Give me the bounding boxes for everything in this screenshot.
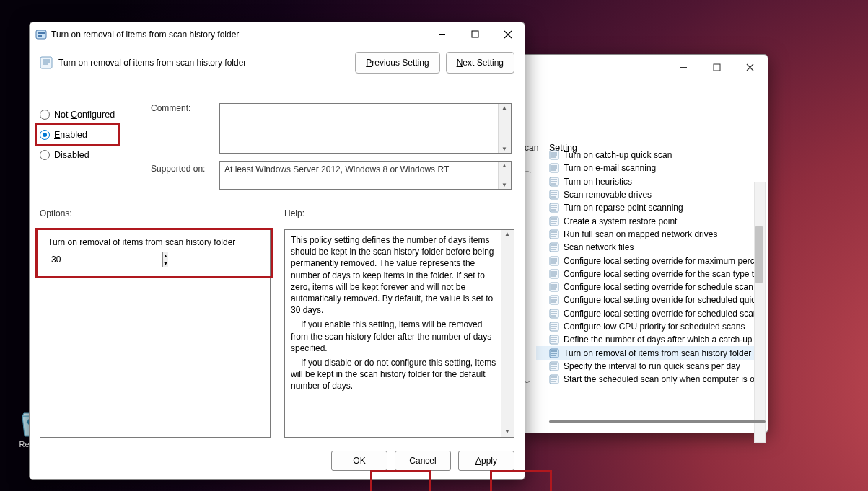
close-button[interactable]	[491, 24, 525, 45]
gp-setting-label: Configure local setting override for sch…	[564, 295, 760, 305]
scroll-up-icon: ▲	[504, 231, 510, 239]
radio-enabled[interactable]: Enabled	[40, 125, 133, 145]
radio-icon	[40, 130, 50, 140]
previous-setting-button[interactable]: Previous Setting	[355, 52, 439, 74]
policy-item-icon	[549, 361, 559, 371]
horizontal-scrollbar[interactable]	[549, 420, 753, 428]
cancel-button[interactable]: Cancel	[395, 451, 451, 471]
policy-item-icon	[549, 348, 559, 358]
ok-button[interactable]: OK	[331, 451, 387, 471]
policy-item-icon	[549, 177, 559, 187]
supported-on-field: At least Windows Server 2012, Windows 8 …	[219, 161, 512, 190]
svg-rect-80	[472, 31, 478, 37]
gp-setting-item[interactable]: Configure local setting override for the…	[536, 267, 763, 280]
radio-disabled[interactable]: Disabled	[40, 145, 133, 165]
policy-item-icon	[40, 56, 53, 69]
vertical-scrollbar[interactable]: ▲▼	[498, 162, 511, 189]
gp-setting-item[interactable]: Configure local setting override for max…	[536, 254, 763, 267]
gp-setting-label: Specify the interval to run quick scans …	[564, 361, 740, 371]
policy-item-icon	[549, 322, 559, 332]
gp-setting-item[interactable]: Specify the interval to run quick scans …	[536, 360, 763, 373]
maximize-button[interactable]	[458, 24, 491, 45]
policy-app-icon	[35, 29, 47, 40]
gp-setting-item[interactable]: Run full scan on mapped network drives	[536, 228, 763, 241]
policy-item-icon	[549, 374, 559, 384]
radio-not-configured[interactable]: Not Configured	[40, 105, 133, 125]
gp-setting-label: Configure low CPU priority for scheduled…	[564, 322, 745, 332]
scroll-down-icon: ▼	[504, 428, 510, 436]
radio-icon	[40, 110, 50, 120]
policy-item-icon	[549, 256, 559, 266]
radio-label: Disabled	[54, 150, 89, 160]
gp-setting-label: Define the number of days after which a …	[564, 335, 763, 345]
radio-label: Not Configured	[54, 110, 115, 120]
minimize-button[interactable]	[425, 24, 458, 45]
gp-setting-item[interactable]: Turn on catch-up quick scan	[536, 149, 763, 162]
gp-setting-item[interactable]: Scan removable drives	[536, 188, 763, 201]
gp-setting-item[interactable]: Turn on removal of items from scan histo…	[536, 346, 763, 359]
svg-rect-78	[38, 35, 42, 37]
vertical-scrollbar[interactable]	[754, 182, 766, 443]
help-paragraph: This policy setting defines the number o…	[291, 234, 498, 316]
policy-setting-dialog: Turn on removal of items from scan histo…	[29, 22, 525, 480]
help-label: Help:	[284, 208, 304, 218]
gp-setting-label: Turn on removal of items from scan histo…	[564, 348, 751, 358]
gp-setting-item[interactable]: Configure local setting override for sch…	[536, 307, 763, 320]
svg-rect-83	[40, 57, 52, 68]
gp-settings-list[interactable]: Turn on catch-up quick scanTurn on e-mai…	[536, 149, 763, 415]
dialog-title: Turn on removal of items from scan histo…	[51, 30, 425, 40]
gp-setting-item[interactable]: Turn on e-mail scanning	[536, 162, 763, 174]
gp-setting-label: Scan removable drives	[564, 190, 652, 200]
policy-item-icon	[549, 163, 559, 173]
dialog-title-bar: Turn on removal of items from scan histo…	[30, 22, 525, 46]
policy-item-icon	[549, 269, 559, 279]
policy-item-icon	[549, 229, 559, 239]
gp-setting-label: Configure local setting override for sch…	[564, 282, 763, 292]
next-setting-button[interactable]: Next Setting	[446, 52, 514, 74]
spinner-up-button[interactable]: ▲	[163, 252, 168, 260]
scrollbar-thumb[interactable]	[549, 420, 766, 423]
gp-setting-label: Configure local setting override for sch…	[564, 309, 763, 319]
policy-item-icon	[549, 309, 559, 319]
gp-setting-label: Configure local setting override for the…	[564, 269, 759, 279]
days-input[interactable]	[48, 252, 162, 267]
help-paragraph: If you disable or do not configure this …	[291, 357, 498, 392]
gp-setting-item[interactable]: Start the scheduled scan only when compu…	[536, 373, 763, 386]
gp-setting-item[interactable]: Turn on heuristics	[536, 175, 763, 188]
gp-setting-item[interactable]: Turn on reparse point scanning	[536, 201, 763, 214]
gp-setting-item[interactable]: Define the number of days after which a …	[536, 333, 763, 346]
spinner-down-button[interactable]: ▼	[163, 260, 168, 267]
apply-button[interactable]: Apply	[458, 451, 514, 471]
comment-textarea[interactable]: ▲▼	[219, 103, 512, 154]
gp-setting-label: Start the scheduled scan only when compu…	[564, 374, 763, 384]
scroll-up-icon: ▲	[501, 162, 507, 169]
gp-setting-item[interactable]: Create a system restore point	[536, 214, 763, 227]
radio-label: Enabled	[54, 130, 87, 140]
scrollbar-thumb[interactable]	[755, 226, 763, 283]
days-spinner[interactable]: ▲ ▼	[48, 252, 134, 267]
gp-title-bar-controls	[520, 55, 768, 79]
vertical-scrollbar[interactable]: ▲▼	[498, 104, 511, 153]
close-button[interactable]	[733, 56, 766, 78]
gp-setting-label: Scan network files	[564, 242, 634, 252]
minimize-button[interactable]	[667, 56, 700, 78]
supported-on-value: At least Windows Server 2012, Windows 8 …	[224, 164, 449, 174]
policy-item-icon	[549, 335, 559, 345]
policy-item-icon	[549, 216, 559, 226]
gp-setting-item[interactable]: Configure local setting override for sch…	[536, 280, 763, 293]
vertical-scrollbar[interactable]: ▲▼	[501, 230, 514, 437]
policy-item-icon	[549, 242, 559, 252]
option-description: Turn on removal of items from scan histo…	[48, 237, 263, 247]
gp-setting-item[interactable]: Scan network files	[536, 241, 763, 254]
gp-setting-label: Run full scan on mapped network drives	[564, 229, 717, 239]
policy-item-icon	[549, 190, 559, 200]
policy-item-icon	[549, 295, 559, 305]
scroll-down-icon: ▼	[501, 182, 507, 188]
svg-rect-1	[714, 64, 720, 71]
maximize-button[interactable]	[700, 56, 733, 78]
gp-setting-item[interactable]: Configure local setting override for sch…	[536, 293, 763, 306]
policy-item-icon	[549, 150, 559, 160]
group-policy-editor-window: can Setting ︿ ﹀ Turn on catch-up quick s…	[520, 54, 768, 433]
policy-item-icon	[549, 282, 559, 292]
gp-setting-item[interactable]: Configure low CPU priority for scheduled…	[536, 320, 763, 333]
